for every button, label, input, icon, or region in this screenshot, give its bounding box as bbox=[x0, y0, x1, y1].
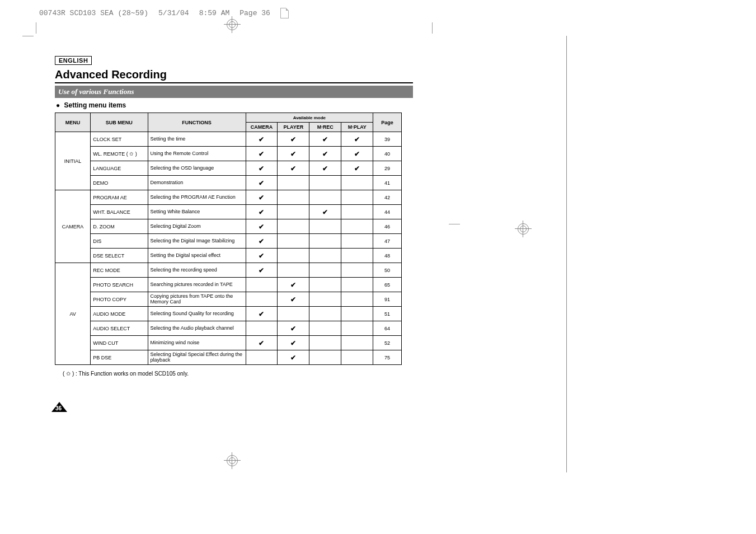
check-cell bbox=[341, 278, 373, 292]
check-cell bbox=[341, 321, 373, 336]
check-cell bbox=[246, 321, 278, 336]
submenu-cell: PROGRAM AE bbox=[91, 190, 148, 205]
crop-mark bbox=[432, 22, 433, 34]
page-content: ENGLISH Advanced Recording Use of variou… bbox=[55, 55, 413, 377]
check-cell: ✔ bbox=[341, 132, 373, 147]
file-name: 00743R SCD103 SEA (28~59) bbox=[39, 9, 148, 17]
check-cell bbox=[309, 234, 341, 249]
table-row: DISSelecting the Digital Image Stabilizi… bbox=[55, 234, 402, 249]
check-cell bbox=[278, 307, 309, 321]
table-row: WIND CUTMinimizing wind noise✔✔52 bbox=[55, 336, 402, 350]
check-cell bbox=[309, 292, 341, 307]
check-cell bbox=[309, 190, 341, 205]
function-cell: Demonstration bbox=[148, 176, 246, 190]
page-cell: 39 bbox=[373, 132, 402, 147]
function-cell: Selecting Digital Zoom bbox=[148, 219, 246, 234]
function-cell: Selecting the OSD language bbox=[148, 161, 246, 176]
check-cell bbox=[341, 205, 373, 219]
check-cell: ✔ bbox=[278, 336, 309, 350]
page-cell: 50 bbox=[373, 263, 402, 278]
bullet-icon: ● bbox=[56, 101, 60, 109]
table-row: PHOTO COPYCopying pictures from TAPE ont… bbox=[55, 292, 402, 307]
check-cell bbox=[309, 350, 341, 365]
check-cell bbox=[309, 307, 341, 321]
language-label: ENGLISH bbox=[55, 56, 92, 65]
submenu-cell: WIND CUT bbox=[91, 336, 148, 350]
submenu-cell: DIS bbox=[91, 234, 148, 249]
check-cell: ✔ bbox=[278, 321, 309, 336]
check-cell bbox=[341, 190, 373, 205]
submenu-cell: LANGUAGE bbox=[91, 161, 148, 176]
check-cell bbox=[278, 263, 309, 278]
menu-table: MENU SUB MENU FUNCTIONS Available mode P… bbox=[55, 113, 402, 365]
submenu-cell: DEMO bbox=[91, 176, 148, 190]
horizontal-rule bbox=[55, 82, 413, 83]
check-cell bbox=[278, 234, 309, 249]
submenu-cell: D. ZOOM bbox=[91, 219, 148, 234]
check-cell: ✔ bbox=[246, 205, 278, 219]
check-cell bbox=[341, 219, 373, 234]
check-cell: ✔ bbox=[278, 278, 309, 292]
file-header: 00743R SCD103 SEA (28~59) 5/31/04 8:59 A… bbox=[39, 8, 289, 18]
menu-cell: AV bbox=[55, 263, 91, 365]
registration-mark-right bbox=[515, 221, 532, 237]
crop-mark bbox=[22, 36, 34, 36]
submenu-cell: CLOCK SET bbox=[91, 132, 148, 147]
table-row: PHOTO SEARCHSearching pictures recorded … bbox=[55, 278, 402, 292]
setting-menu-items-label: ● Setting menu items bbox=[56, 101, 413, 109]
table-row: DEMODemonstration✔41 bbox=[55, 176, 402, 190]
check-cell bbox=[278, 190, 309, 205]
check-cell: ✔ bbox=[309, 147, 341, 161]
th-page: Page bbox=[373, 113, 402, 132]
setting-label: Setting menu items bbox=[64, 101, 126, 109]
check-cell: ✔ bbox=[246, 161, 278, 176]
function-cell: Selecting the Audio playback channel bbox=[148, 321, 246, 336]
function-cell: Searching pictures recorded in TAPE bbox=[148, 278, 246, 292]
check-cell: ✔ bbox=[309, 132, 341, 147]
function-cell: Copying pictures from TAPE onto the Memo… bbox=[148, 292, 246, 307]
table-row: WL. REMOTE ( ✩ )Using the Remote Control… bbox=[55, 147, 402, 161]
table-row: INITIALCLOCK SETSetting the time✔✔✔✔39 bbox=[55, 132, 402, 147]
check-cell bbox=[278, 176, 309, 190]
submenu-cell: WL. REMOTE ( ✩ ) bbox=[91, 147, 148, 161]
check-cell bbox=[278, 205, 309, 219]
check-cell: ✔ bbox=[309, 205, 341, 219]
page-number: 36 bbox=[55, 405, 62, 411]
submenu-cell: WHT. BALANCE bbox=[91, 205, 148, 219]
submenu-cell: AUDIO MODE bbox=[91, 307, 148, 321]
check-cell: ✔ bbox=[246, 190, 278, 205]
check-cell bbox=[246, 350, 278, 365]
file-page: Page 36 bbox=[240, 9, 270, 17]
table-row: D. ZOOMSelecting Digital Zoom✔46 bbox=[55, 219, 402, 234]
check-cell: ✔ bbox=[278, 350, 309, 365]
function-cell: Selecting Sound Quality for recording bbox=[148, 307, 246, 321]
check-cell bbox=[309, 219, 341, 234]
page-cell: 44 bbox=[373, 205, 402, 219]
th-camera: CAMERA bbox=[246, 123, 278, 132]
page-cell: 47 bbox=[373, 234, 402, 249]
page-cell: 51 bbox=[373, 307, 402, 321]
check-cell bbox=[309, 321, 341, 336]
crop-mark bbox=[449, 224, 460, 224]
function-cell: Setting the time bbox=[148, 132, 246, 147]
submenu-cell: AUDIO SELECT bbox=[91, 321, 148, 336]
check-cell: ✔ bbox=[246, 176, 278, 190]
submenu-cell: DSE SELECT bbox=[91, 249, 148, 263]
check-cell bbox=[309, 249, 341, 263]
check-cell: ✔ bbox=[246, 132, 278, 147]
page-cell: 64 bbox=[373, 321, 402, 336]
registration-mark-bottom bbox=[224, 452, 241, 469]
page-cell: 40 bbox=[373, 147, 402, 161]
function-cell: Using the Remote Control bbox=[148, 147, 246, 161]
check-cell: ✔ bbox=[246, 336, 278, 350]
check-cell: ✔ bbox=[246, 263, 278, 278]
table-row: WHT. BALANCESetting White Balance✔✔44 bbox=[55, 205, 402, 219]
th-menu: MENU bbox=[55, 113, 91, 132]
menu-cell: INITIAL bbox=[55, 132, 91, 190]
check-cell bbox=[278, 219, 309, 234]
check-cell: ✔ bbox=[278, 147, 309, 161]
menu-cell: CAMERA bbox=[55, 190, 91, 263]
check-cell bbox=[309, 336, 341, 350]
th-available-mode: Available mode bbox=[246, 113, 373, 123]
table-row: PB DSESelecting Digital Special Effect d… bbox=[55, 350, 402, 365]
